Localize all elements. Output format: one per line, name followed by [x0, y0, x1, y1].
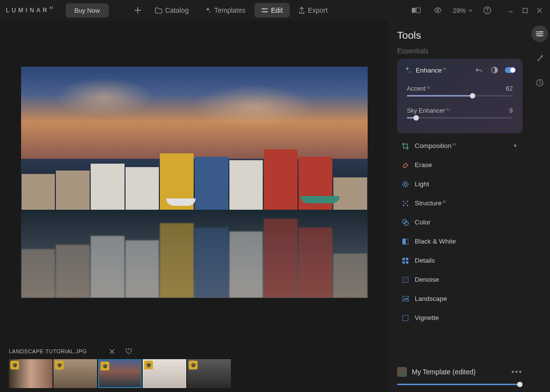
help-button[interactable] — [481, 4, 493, 16]
svg-point-24 — [406, 279, 407, 280]
landscape-tool[interactable]: Landscape — [397, 289, 523, 308]
thumbnail[interactable]: 🎓 — [9, 359, 52, 388]
bw-icon — [402, 238, 409, 245]
svg-point-8 — [404, 183, 407, 186]
crop-icon — [402, 143, 409, 149]
thumbnail[interactable]: 🎓 — [53, 359, 97, 388]
main-area: LANDSCAPE TUTORIAL.JPG 🎓 🎓 🎓 🎓 🎓 Tools E… — [0, 21, 550, 392]
compare-split-button[interactable] — [410, 5, 423, 15]
structure-icon — [402, 200, 409, 207]
buy-now-button[interactable]: Buy Now — [66, 3, 109, 18]
minimize-icon — [508, 7, 514, 13]
template-footer: My Template (edited) ••• — [397, 355, 523, 385]
svg-rect-27 — [402, 315, 408, 321]
sky-enhancer-label: Sky EnhancerAI — [407, 107, 450, 114]
mask-button[interactable] — [489, 65, 500, 75]
brush-icon — [536, 54, 544, 62]
vignette-tool[interactable]: Vignette — [397, 308, 523, 327]
preview-image[interactable] — [21, 67, 368, 298]
vignette-icon — [402, 315, 409, 321]
minimize-window-button[interactable] — [506, 5, 516, 15]
canvas-area: LANDSCAPE TUTORIAL.JPG 🎓 🎓 🎓 🎓 🎓 — [0, 21, 388, 392]
brush-panel-button[interactable] — [531, 50, 548, 67]
sky-slider[interactable] — [407, 117, 513, 119]
compare-split-icon — [412, 7, 421, 13]
template-row: My Template (edited) ••• — [397, 365, 523, 382]
maximize-icon — [523, 8, 528, 13]
eye-icon — [433, 7, 442, 13]
zoom-control[interactable]: 29% — [453, 7, 473, 14]
erase-tool[interactable]: Erase — [397, 155, 523, 174]
svg-point-1 — [265, 11, 266, 13]
svg-rect-6 — [523, 8, 527, 13]
close-window-button[interactable] — [535, 5, 544, 15]
enhance-actions — [474, 65, 516, 75]
side-icon-rail — [529, 21, 550, 392]
svg-rect-19 — [406, 258, 408, 260]
denoise-tool[interactable]: Denoise — [397, 270, 523, 289]
badge-icon: 🎓 — [144, 361, 153, 369]
favorite-button[interactable] — [124, 346, 134, 356]
export-tab[interactable]: Export — [292, 3, 334, 18]
sliders-icon — [261, 7, 268, 13]
enhance-toggle[interactable] — [505, 67, 516, 73]
thumbnail[interactable]: 🎓 — [98, 359, 142, 388]
tools-panel: Tools Essentials EnhanceAI AccentAI — [388, 21, 529, 392]
enhance-tool-card: EnhanceAI AccentAI 62 — [397, 59, 523, 133]
right-sidebar: Tools Essentials EnhanceAI AccentAI — [388, 21, 550, 392]
add-button[interactable] — [129, 3, 146, 17]
adjustments-panel-button[interactable] — [531, 25, 548, 42]
template-intensity-slider[interactable] — [397, 384, 523, 385]
nav-tabs: Catalog Templates Edit Export — [129, 3, 335, 18]
svg-rect-18 — [402, 258, 405, 260]
essentials-label: Essentials — [397, 47, 523, 55]
badge-icon: 🎓 — [10, 361, 19, 369]
templates-tab[interactable]: Templates — [198, 3, 252, 18]
sliders-icon — [536, 30, 544, 37]
undo-button[interactable] — [474, 65, 484, 75]
filename-row: LANDSCAPE TUTORIAL.JPG — [9, 343, 379, 359]
help-icon — [483, 6, 491, 14]
accent-label: AccentAI — [407, 85, 430, 92]
svg-rect-22 — [402, 277, 408, 283]
close-icon — [537, 8, 542, 13]
composition-tool[interactable]: CompositionAI ▼ — [397, 136, 523, 155]
chevron-down-icon — [469, 9, 473, 12]
enhance-header[interactable]: EnhanceAI — [397, 59, 523, 81]
bw-tool[interactable]: Black & White — [397, 232, 523, 251]
color-tool[interactable]: Color — [397, 213, 523, 232]
reject-button[interactable] — [107, 346, 117, 356]
thumbnail-strip: 🎓 🎓 🎓 🎓 🎓 — [9, 359, 379, 388]
template-thumb — [397, 367, 407, 377]
thumbnail[interactable]: 🎓 — [187, 359, 231, 388]
details-tool[interactable]: Details — [397, 251, 523, 270]
panel-title: Tools — [397, 29, 523, 41]
history-panel-button[interactable] — [531, 74, 548, 91]
x-icon — [109, 349, 115, 354]
maximize-window-button[interactable] — [521, 5, 530, 15]
svg-rect-20 — [402, 261, 405, 264]
heart-icon — [125, 348, 132, 354]
light-icon — [402, 181, 409, 188]
thumbnail[interactable]: 🎓 — [143, 359, 186, 388]
edit-tab[interactable]: Edit — [254, 3, 290, 18]
preview-eye-button[interactable] — [431, 5, 444, 15]
folder-icon — [155, 7, 162, 14]
svg-point-28 — [541, 31, 542, 33]
badge-icon: 🎓 — [189, 361, 198, 369]
svg-point-0 — [263, 8, 264, 10]
svg-point-12 — [403, 204, 404, 206]
catalog-tab[interactable]: Catalog — [148, 3, 196, 18]
template-more-button[interactable]: ••• — [511, 368, 523, 376]
details-icon — [402, 257, 409, 264]
color-icon — [402, 219, 409, 226]
export-icon — [299, 7, 305, 14]
light-tool[interactable]: Light — [397, 174, 523, 194]
chevron-down-icon: ▼ — [513, 143, 518, 148]
accent-slider[interactable] — [407, 95, 513, 97]
mask-icon — [491, 67, 498, 74]
svg-point-23 — [404, 278, 405, 279]
structure-tool[interactable]: StructureAI — [397, 194, 523, 213]
template-name: My Template (edited) — [412, 368, 506, 376]
erase-icon — [402, 162, 409, 169]
